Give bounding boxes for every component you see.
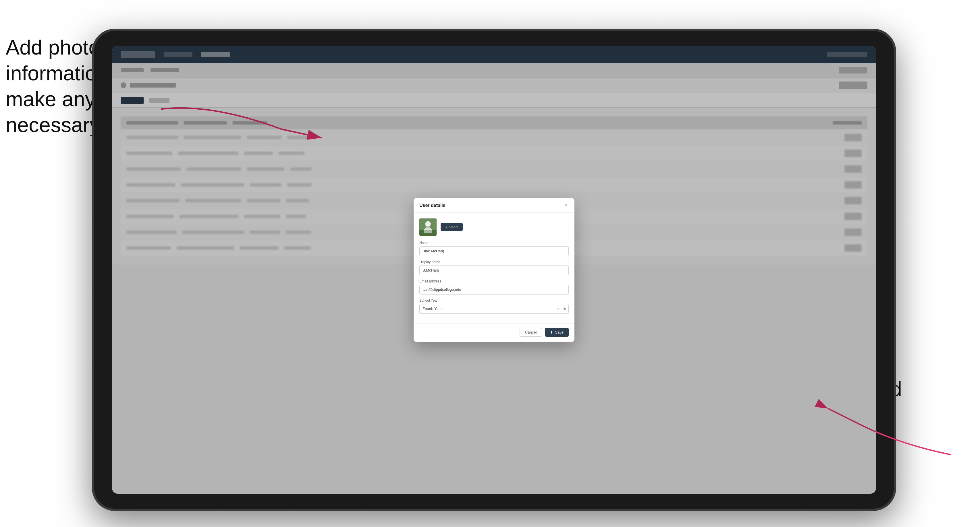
tablet-device: ›	[92, 29, 896, 511]
spinner-down-icon	[563, 309, 566, 310]
svg-point-1	[425, 221, 431, 226]
email-field-group: Email address	[419, 279, 569, 295]
display-name-field-group: Display name	[419, 260, 569, 275]
modal-close-button[interactable]: ×	[563, 203, 569, 208]
modal-body: Upload Name Display name	[414, 213, 574, 324]
save-button[interactable]: ⬆ Save	[545, 328, 569, 337]
school-year-wrapper: ×	[419, 304, 569, 314]
name-input[interactable]	[419, 246, 569, 256]
tablet-screen: ›	[112, 46, 876, 494]
email-input[interactable]	[419, 285, 569, 295]
school-year-input[interactable]	[419, 304, 569, 314]
name-field-group: Name	[419, 241, 569, 256]
modal-overlay: User details ×	[112, 46, 876, 494]
school-year-controls: ×	[556, 306, 567, 311]
cancel-button[interactable]: Cancel	[520, 328, 542, 337]
photo-section: Upload	[419, 218, 569, 236]
modal-footer: Cancel ⬆ Save	[414, 324, 574, 342]
save-icon: ⬆	[550, 330, 553, 334]
main-area: User details ×	[112, 78, 876, 265]
spinner-up-icon	[563, 307, 566, 309]
modal-title: User details	[419, 203, 445, 208]
email-label: Email address	[419, 279, 569, 283]
user-details-modal: User details ×	[414, 198, 574, 342]
modal-title-bar: User details ×	[414, 198, 574, 213]
school-year-label: School Year	[419, 298, 569, 303]
display-name-label: Display name	[419, 260, 569, 264]
svg-rect-3	[419, 230, 437, 236]
upload-photo-button[interactable]: Upload	[441, 223, 463, 231]
display-name-input[interactable]	[419, 265, 569, 275]
name-label: Name	[419, 241, 569, 245]
school-year-clear-button[interactable]: ×	[556, 306, 561, 311]
school-year-spinner[interactable]	[562, 306, 567, 311]
photo-thumbnail	[419, 218, 437, 236]
school-year-field-group: School Year ×	[419, 298, 569, 314]
